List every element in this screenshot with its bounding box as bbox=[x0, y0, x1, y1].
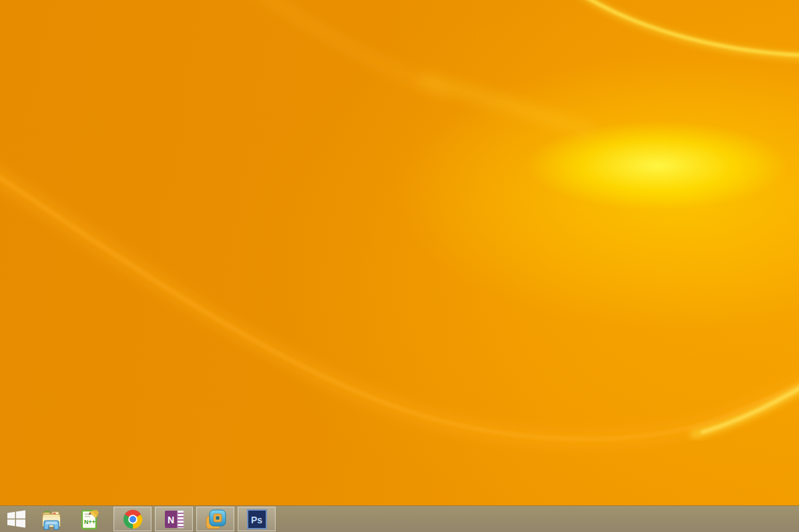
taskbar-item-photoshop[interactable]: Ps bbox=[238, 507, 276, 531]
onenote-glyph: N bbox=[168, 515, 174, 525]
notepad-plus-plus-icon: N++ bbox=[79, 509, 99, 530]
taskbar-item-notepad-plus-plus[interactable]: N++ bbox=[70, 506, 108, 532]
taskbar-item-vmware[interactable] bbox=[196, 507, 234, 531]
taskbar-item-file-explorer[interactable] bbox=[32, 506, 70, 532]
vmware-icon bbox=[205, 509, 226, 530]
photoshop-glyph: Ps bbox=[251, 515, 262, 525]
wallpaper-swirl-graphics bbox=[0, 0, 799, 532]
photoshop-icon: Ps bbox=[246, 509, 268, 530]
taskbar-item-chrome[interactable] bbox=[113, 507, 152, 531]
taskbar: N++ bbox=[0, 505, 799, 532]
notepad-plus-plus-glyph: N++ bbox=[84, 519, 95, 525]
start-button[interactable] bbox=[0, 506, 32, 532]
taskbar-item-onenote[interactable]: N bbox=[155, 507, 193, 531]
onenote-icon: N bbox=[164, 509, 184, 529]
desktop-wallpaper[interactable] bbox=[0, 0, 799, 532]
windows-logo-icon bbox=[7, 510, 25, 528]
file-explorer-icon bbox=[41, 509, 62, 530]
chrome-icon bbox=[122, 509, 144, 530]
